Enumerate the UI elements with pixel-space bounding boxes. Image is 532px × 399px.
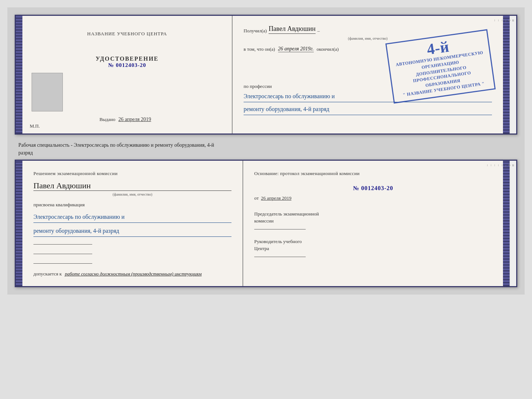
cert-number: № 0012403-20 — [108, 62, 146, 68]
left-page-top: НАЗВАНИЕ УЧЕБНОГО ЦЕНТРА УДОСТОВЕРЕНИЕ №… — [22, 16, 233, 133]
chairman-section: Председатель экзаменационной комиссии — [254, 210, 492, 231]
allowed-section: допускается к работе согласно должностны… — [33, 271, 231, 277]
training-center-title: НАЗВАНИЕ УЧЕБНОГО ЦЕНТРА — [87, 31, 167, 37]
finished-label: окончил(а) — [317, 46, 339, 52]
person-name-bottom: Павел Авдюшин — [33, 181, 231, 191]
qualification-line2: ремонту оборудования, 4-й разряд — [33, 225, 231, 236]
bottom-booklet: Решением экзаменационной комиссии Павел … — [15, 160, 517, 287]
chairman-line1: Председатель экзаменационной — [254, 210, 492, 218]
in-that-prefix: в том, что он(а) — [244, 46, 275, 52]
mp-label: М.П. — [30, 123, 40, 129]
director-section: Руководитель учебного Центра — [254, 238, 492, 258]
director-line1: Руководитель учебного — [254, 238, 492, 245]
sig-line-3 — [33, 263, 92, 264]
from-prefix: от — [254, 195, 259, 201]
qualification-line1: Электрослесарь по обслуживанию и — [33, 211, 231, 222]
bottom-right-page: Основание: протокол экзаменационной коми… — [243, 161, 503, 286]
recipient-name: Павел Авдюшин — [269, 25, 316, 34]
qual-line2-wrapper: ремонту оборудования, 4-й разряд — [33, 224, 231, 237]
director-line2: Центра — [254, 245, 492, 252]
left-spine-bottom — [16, 161, 22, 286]
sig-line-2 — [33, 254, 92, 254]
issued-line: Выдано 26 апреля 2019 — [100, 117, 151, 122]
qual-line1-wrapper: Электрослесарь по обслуживанию и — [33, 210, 231, 223]
from-date-line: от 26 апреля 2019 — [254, 195, 492, 201]
issued-prefix: Выдано — [100, 117, 115, 122]
protocol-number: № 0012403-20 — [254, 185, 492, 192]
allowed-text: работе согласно должностным (производств… — [65, 271, 201, 277]
edge-marks-bottom: и а ← – – – – – — [510, 161, 516, 286]
director-sig-line — [254, 257, 306, 257]
recipient-line: Получил(а) Павел Авдюшин – — [244, 25, 492, 34]
basis-text: Основание: протокол экзаменационной коми… — [254, 170, 492, 178]
sig-line-1 — [33, 244, 92, 245]
top-booklet: НАЗВАНИЕ УЧЕБНОГО ЦЕНТРА УДОСТОВЕРЕНИЕ №… — [15, 15, 517, 135]
allowed-prefix: допускается к — [33, 271, 62, 277]
qualification-prefix: присвоена квалификация — [33, 202, 231, 208]
edge-char-2: а — [508, 19, 511, 130]
commission-line: Решением экзаменационной комиссии — [33, 170, 231, 177]
right-page-top: Получил(а) Павел Авдюшин – (фамилия, имя… — [233, 16, 503, 133]
photo-placeholder — [32, 73, 63, 111]
profession-prefix: по профессии — [244, 83, 272, 89]
edge-char-1: и — [511, 19, 515, 130]
separator-text: Рабочая специальность - Электрослесарь п… — [18, 141, 517, 157]
cert-label: УДОСТОВЕРЕНИЕ — [96, 56, 159, 62]
chairman-sig-line — [254, 229, 306, 229]
chairman-line2: комиссии — [254, 217, 492, 225]
bottom-left-page: Решением экзаменационной комиссии Павел … — [22, 161, 243, 286]
issued-date: 26 апреля 2019 — [118, 117, 151, 122]
from-date: 26 апреля 2019 — [261, 195, 291, 201]
separator-content: Рабочая специальность - Электрослесарь п… — [18, 142, 214, 156]
profession-line2: ремонту оборудования, 4-й разряд — [244, 104, 492, 115]
completion-date: 26 апреля 2019г. — [278, 46, 314, 52]
left-spine — [16, 16, 22, 133]
fio-label-bottom: (фамилия, имя, отчество) — [33, 192, 231, 196]
edge-char-3: ← — [504, 19, 508, 130]
recipient-prefix: Получил(а) — [244, 28, 267, 34]
edge-marks-top: и а ← – – – — [510, 16, 516, 133]
